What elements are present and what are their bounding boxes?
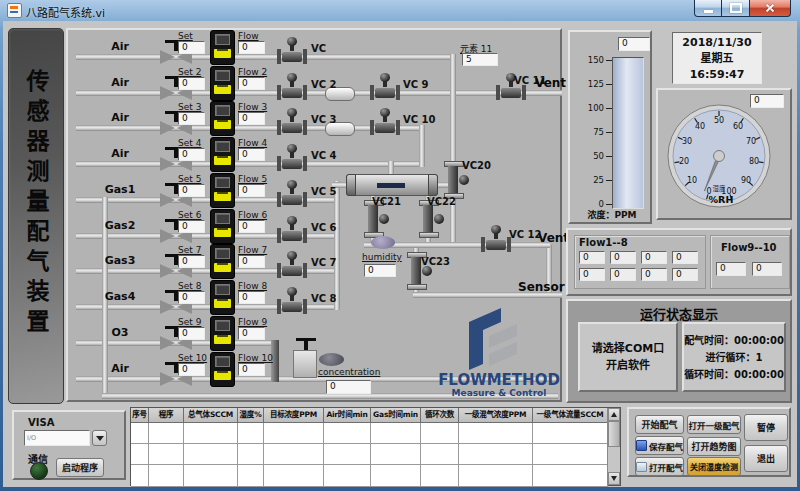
table-cell[interactable]: [131, 423, 149, 444]
table-row: [131, 444, 620, 465]
table-cell[interactable]: [533, 465, 608, 487]
scroll-up-icon: [611, 412, 617, 417]
table-cell[interactable]: [238, 444, 264, 465]
vc-valve-icon[interactable]: [277, 180, 307, 210]
pause-button[interactable]: 暂停: [744, 414, 788, 441]
table-cell[interactable]: [324, 444, 371, 465]
vc-valve-icon[interactable]: [277, 216, 307, 246]
vc-valve-icon[interactable]: [277, 73, 307, 103]
vc-valve-icon[interactable]: [277, 287, 307, 317]
set-input[interactable]: 0: [178, 363, 205, 376]
table-cell[interactable]: [324, 465, 371, 487]
set-input[interactable]: 0: [178, 220, 205, 233]
table-cell[interactable]: [533, 423, 608, 444]
flow-cell-icon: [293, 350, 317, 378]
scroll-down-icon: [611, 476, 617, 481]
close-button[interactable]: [749, 0, 791, 17]
tank-tick: 75: [576, 127, 604, 137]
scroll-up-button[interactable]: [608, 408, 620, 421]
status-title: 运行状态显示: [568, 304, 790, 323]
table-cell[interactable]: [184, 423, 238, 444]
save-icon: [636, 440, 647, 451]
table-cell[interactable]: [149, 423, 184, 444]
pipe-segment: [76, 161, 423, 167]
table-cell[interactable]: [371, 465, 421, 487]
flow-display: 0: [238, 184, 265, 197]
humidity-label: humidity: [362, 252, 402, 262]
set-input[interactable]: 0: [178, 112, 205, 125]
save-gas-config-button[interactable]: 保存配气: [635, 436, 684, 455]
set-label: Set 8: [178, 281, 201, 291]
table-cell[interactable]: [421, 423, 459, 444]
open-primary-gas-button[interactable]: 打开一级配气: [687, 415, 741, 434]
mfc-icon: [210, 30, 235, 65]
set-label: Set 9: [178, 317, 201, 327]
table-cell[interactable]: [459, 423, 533, 444]
status-cycle-time: 循环时间：00:00:00: [684, 366, 784, 383]
open-trend-chart-button[interactable]: 打开趋势图: [687, 437, 741, 456]
set-input[interactable]: 0: [178, 327, 205, 340]
set-label: Set 10: [178, 353, 207, 363]
open-gas-config-button[interactable]: 打开配气: [635, 457, 684, 476]
humidity-display: 0: [364, 264, 396, 277]
vc-valve-icon[interactable]: [277, 37, 307, 67]
visa-panel: VISA I/O 通信 启动程序: [12, 410, 126, 480]
table-cell[interactable]: [184, 465, 238, 487]
scroll-down-button[interactable]: [608, 472, 620, 485]
table-scrollbar[interactable]: [607, 408, 620, 485]
table-cell[interactable]: [131, 465, 149, 487]
table-cell[interactable]: [149, 444, 184, 465]
set-input[interactable]: 0: [178, 291, 205, 304]
vc10-valve-icon[interactable]: [370, 108, 400, 138]
table-cell[interactable]: [421, 465, 459, 487]
table-cell[interactable]: [371, 423, 421, 444]
maximize-button[interactable]: [722, 0, 749, 17]
start-gas-button[interactable]: 开始配气: [635, 415, 684, 434]
vc-valve-icon[interactable]: [277, 144, 307, 174]
table-cell[interactable]: [264, 444, 324, 465]
table-cell[interactable]: [264, 423, 324, 444]
vc12-valve-icon[interactable]: [481, 225, 511, 255]
exit-button[interactable]: 退出: [744, 445, 788, 472]
set-input[interactable]: 0: [178, 77, 205, 90]
vc9-valve-icon[interactable]: [370, 73, 400, 103]
table-cell[interactable]: [421, 444, 459, 465]
set-label: Set 4: [178, 138, 201, 148]
table-cell[interactable]: [459, 465, 533, 487]
minimize-button[interactable]: [694, 0, 722, 17]
scrollbar-thumb[interactable]: [608, 421, 620, 447]
flow-display: 0: [238, 41, 265, 54]
table-cell[interactable]: [264, 465, 324, 487]
mfc-icon: [210, 352, 235, 387]
table-cell[interactable]: [238, 465, 264, 487]
table-cell[interactable]: [324, 423, 371, 444]
table-cell[interactable]: [238, 423, 264, 444]
set-input[interactable]: 0: [178, 255, 205, 268]
mfc-icon: [210, 137, 235, 172]
table-cell[interactable]: [184, 444, 238, 465]
set-input[interactable]: 0: [178, 41, 205, 54]
table-cell[interactable]: [533, 444, 608, 465]
tank-indicator: [612, 57, 644, 209]
table-cell[interactable]: [131, 444, 149, 465]
title-bar[interactable]: 八路配气系统.vi: [0, 0, 800, 21]
svg-text:50: 50: [714, 116, 724, 125]
element11-input[interactable]: 5: [462, 53, 498, 66]
set-input[interactable]: 0: [178, 184, 205, 197]
start-program-button[interactable]: 启动程序: [56, 458, 104, 477]
gas-label: Gas2: [98, 219, 142, 232]
table-cell[interactable]: [459, 444, 533, 465]
table-cell[interactable]: [371, 444, 421, 465]
flow-label: Flow 6: [238, 210, 267, 220]
pipe-segment: [450, 54, 456, 247]
vc-valve-icon[interactable]: [277, 108, 307, 138]
col-header: 序号: [131, 408, 149, 423]
visa-dropdown-button[interactable]: [92, 430, 107, 446]
visa-combo-input[interactable]: I/O: [24, 430, 90, 446]
svg-text:80: 80: [749, 157, 759, 166]
set-input[interactable]: 0: [178, 148, 205, 161]
close-humidity-detect-button[interactable]: 关闭湿度检测: [687, 457, 741, 476]
vc-valve-icon[interactable]: [277, 251, 307, 281]
table-cell[interactable]: [149, 465, 184, 487]
minimize-icon: [704, 10, 713, 13]
